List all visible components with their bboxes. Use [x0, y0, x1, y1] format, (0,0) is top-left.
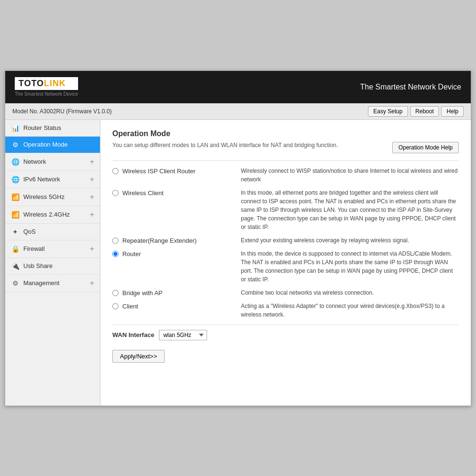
option-row-wireless-isp: Wireless ISP Client Router Wirelessly co… — [112, 167, 459, 184]
operation-mode-icon: ⚙ — [11, 141, 20, 149]
option-label-wireless-client[interactable]: Wireless Client — [112, 188, 236, 197]
app-wrapper: TOTOLINK The Smartest Network Device The… — [5, 70, 471, 406]
option-desc-wireless-client: In this mode, all ethernet ports are bri… — [241, 188, 459, 231]
option-text-wireless-isp: Wireless ISP Client Router — [122, 168, 196, 175]
page-desc-row: You can setup different modes to LAN and… — [112, 142, 459, 153]
model-bar: Model No. A3002RU (Firmware V1.0.0) Easy… — [5, 103, 471, 120]
logo-box: TOTOLINK — [15, 77, 78, 90]
sidebar-item-qos[interactable]: ✦ QoS — [5, 224, 100, 240]
router-status-icon: 📊 — [11, 124, 20, 132]
sidebar-item-management[interactable]: ⚙ Management + — [5, 275, 100, 292]
header-title: The Smartest Network Device — [360, 83, 461, 91]
network-icon: 🌐 — [11, 158, 20, 166]
option-label-wireless-isp[interactable]: Wireless ISP Client Router — [112, 167, 236, 175]
sidebar-label-wireless24: Wireless 2.4GHz — [23, 211, 86, 218]
firewall-expand-icon: + — [90, 245, 94, 253]
page-description: You can setup different modes to LAN and… — [112, 142, 338, 149]
sidebar-item-ipv6-network[interactable]: 🌐 IPv6 Network + — [5, 171, 100, 188]
firewall-icon: 🔒 — [11, 245, 20, 253]
sidebar-label-management: Management — [23, 279, 86, 287]
ipv6-icon: 🌐 — [11, 176, 20, 183]
radio-repeater[interactable] — [112, 238, 119, 244]
option-row-wireless-client: Wireless Client In this mode, all ethern… — [112, 188, 459, 231]
option-text-repeater: Repeater(Range Extender) — [122, 237, 197, 244]
option-desc-repeater: Extend your existing wireless coverage b… — [241, 236, 459, 245]
sidebar-label-router-status: Router Status — [23, 124, 94, 131]
sidebar-label-network: Network — [23, 158, 86, 165]
option-desc-router: In this mode, the device is supposed to … — [241, 249, 459, 284]
content-area: Operation Mode You can setup different m… — [100, 120, 471, 406]
option-desc-client: Acting as a "Wireless Adapter" to connec… — [241, 302, 459, 319]
easy-setup-button[interactable]: Easy Setup — [368, 106, 407, 117]
option-row-bridge: Bridge with AP Combine two local network… — [112, 288, 459, 297]
option-text-wireless-client: Wireless Client — [122, 189, 164, 197]
radio-wireless-isp[interactable] — [112, 168, 119, 174]
sidebar: 📊 Router Status ⚙ Operation Mode 🌐 Netwo… — [5, 120, 100, 406]
logo-tagline: The Smartest Network Device — [15, 91, 78, 97]
sidebar-label-wireless5: Wireless 5GHz — [23, 193, 86, 200]
logo-text: TOTOLINK — [19, 79, 66, 88]
option-label-repeater[interactable]: Repeater(Range Extender) — [112, 236, 236, 244]
sidebar-label-qos: QoS — [23, 228, 94, 235]
sidebar-item-wireless-24ghz[interactable]: 📶 Wireless 2.4GHz + — [5, 206, 100, 224]
sidebar-label-ipv6: IPv6 Network — [23, 176, 86, 183]
sidebar-item-operation-mode[interactable]: ⚙ Operation Mode — [5, 137, 100, 153]
operation-mode-help-button[interactable]: Operation Mode Help — [392, 142, 459, 153]
management-icon: ⚙ — [11, 279, 20, 287]
page-title: Operation Mode — [112, 129, 459, 138]
management-expand-icon: + — [90, 279, 94, 288]
help-button[interactable]: Help — [441, 106, 464, 117]
model-info: Model No. A3002RU (Firmware V1.0.0) — [12, 108, 112, 115]
sidebar-label-firewall: Firewall — [23, 245, 86, 252]
wireless24-expand-icon: + — [90, 210, 94, 219]
radio-bridge[interactable] — [112, 290, 119, 296]
option-desc-bridge: Combine two local networks via wireless … — [241, 288, 459, 297]
sidebar-label-operation-mode: Operation Mode — [23, 141, 94, 148]
option-label-client[interactable]: Client — [112, 302, 236, 310]
network-expand-icon: + — [90, 158, 94, 166]
option-label-router[interactable]: Router — [112, 249, 236, 258]
ipv6-expand-icon: + — [90, 175, 94, 184]
sidebar-item-router-status[interactable]: 📊 Router Status — [5, 120, 100, 137]
header: TOTOLINK The Smartest Network Device The… — [5, 71, 471, 103]
option-text-bridge: Bridge with AP — [122, 289, 163, 297]
radio-router[interactable] — [112, 251, 119, 257]
logo-toto: TOTO — [19, 79, 44, 88]
sidebar-item-usb-share[interactable]: 🔌 Usb Share — [5, 258, 100, 275]
wan-interface-row: WAN Interface wlan 5GHz wlan 2.4GHz — [112, 325, 459, 340]
option-row-client: Client Acting as a "Wireless Adapter" to… — [112, 302, 459, 319]
radio-wireless-client[interactable] — [112, 190, 119, 196]
logo-link: LINK — [44, 79, 66, 88]
sidebar-item-network[interactable]: 🌐 Network + — [5, 153, 100, 171]
wireless5-icon: 📶 — [11, 193, 20, 201]
sidebar-label-usb: Usb Share — [23, 262, 94, 269]
top-divider — [112, 160, 459, 161]
qos-icon: ✦ — [11, 228, 20, 236]
sidebar-item-wireless-5ghz[interactable]: 📶 Wireless 5GHz + — [5, 188, 100, 206]
option-text-client: Client — [122, 303, 138, 310]
logo-area: TOTOLINK The Smartest Network Device — [15, 77, 78, 97]
option-label-bridge[interactable]: Bridge with AP — [112, 288, 236, 297]
wan-interface-label: WAN Interface — [112, 331, 154, 338]
apply-next-button[interactable]: Apply/Next>> — [112, 350, 165, 363]
main-layout: 📊 Router Status ⚙ Operation Mode 🌐 Netwo… — [5, 120, 471, 406]
option-text-router: Router — [122, 250, 141, 258]
wireless24-icon: 📶 — [11, 211, 20, 218]
usb-icon: 🔌 — [11, 262, 20, 270]
option-row-router: Router In this mode, the device is suppo… — [112, 249, 459, 284]
wan-interface-select[interactable]: wlan 5GHz wlan 2.4GHz — [159, 330, 207, 340]
model-buttons: Easy Setup Reboot Help — [368, 106, 464, 117]
radio-client[interactable] — [112, 303, 119, 309]
option-desc-wireless-isp: Wirelessly connect to WISP station/notic… — [241, 167, 459, 184]
sidebar-item-firewall[interactable]: 🔒 Firewall + — [5, 240, 100, 258]
wireless5-expand-icon: + — [90, 193, 94, 201]
reboot-button[interactable]: Reboot — [410, 106, 439, 117]
option-row-repeater: Repeater(Range Extender) Extend your exi… — [112, 236, 459, 245]
